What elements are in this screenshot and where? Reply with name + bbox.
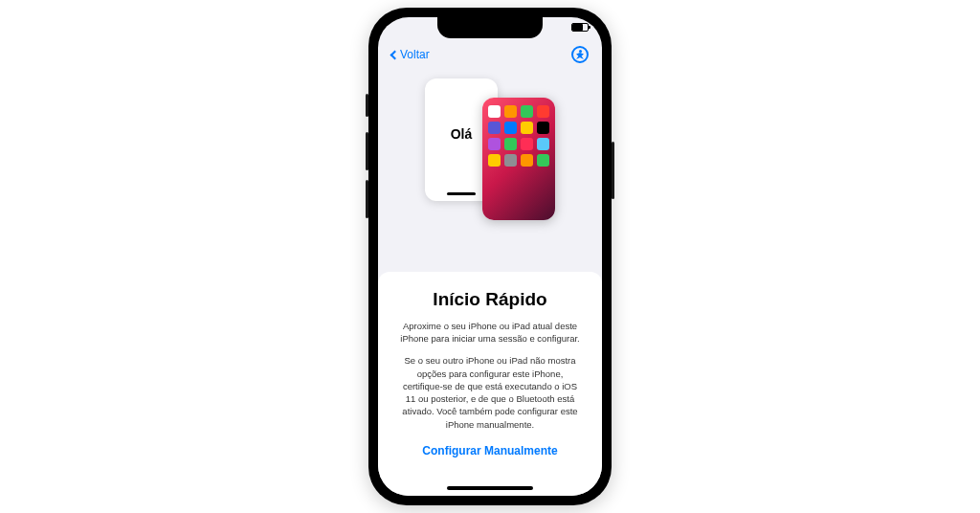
- app-icon: [488, 138, 501, 150]
- app-icon: [521, 122, 533, 134]
- power-button: [612, 142, 614, 199]
- back-button[interactable]: Voltar: [391, 48, 430, 61]
- app-icon: [504, 138, 517, 150]
- configure-manually-link[interactable]: Configurar Manualmente: [393, 444, 587, 457]
- app-icon: [504, 154, 517, 167]
- app-icon: [521, 105, 533, 118]
- volume-down-button: [366, 180, 368, 218]
- battery-level: [572, 24, 583, 31]
- app-icon: [521, 138, 533, 150]
- content-sheet: Início Rápido Aproxime o seu iPhone ou i…: [378, 272, 602, 496]
- app-icon: [488, 122, 501, 134]
- app-icon: [488, 105, 501, 118]
- illustration-area: Olá: [378, 69, 602, 208]
- app-icon: [537, 154, 549, 167]
- mini-home-indicator: [447, 192, 476, 195]
- app-icon: [521, 154, 533, 167]
- status-bar: [571, 23, 589, 32]
- app-icon: [537, 138, 549, 150]
- app-icon: [488, 154, 501, 167]
- phone-screen: Voltar Olá Início Rápido Aproxime o seu …: [378, 17, 602, 496]
- chevron-left-icon: [390, 50, 400, 59]
- battery-icon: [571, 23, 589, 32]
- description-2: Se o seu outro iPhone ou iPad não mostra…: [393, 354, 587, 431]
- back-label: Voltar: [400, 48, 430, 61]
- home-indicator[interactable]: [447, 486, 533, 490]
- app-icon: [504, 122, 517, 134]
- page-title: Início Rápido: [393, 289, 587, 310]
- notch: [437, 17, 543, 38]
- app-icon: [504, 105, 517, 118]
- app-icon: [537, 105, 549, 118]
- phone-device-frame: Voltar Olá Início Rápido Aproxime o seu …: [368, 8, 612, 505]
- volume-up-button: [366, 132, 368, 170]
- app-icon: [537, 122, 549, 134]
- silent-switch: [366, 94, 368, 117]
- illustration-phone-old: [482, 98, 555, 220]
- accessibility-button[interactable]: [571, 46, 589, 63]
- description-1: Aproxime o seu iPhone ou iPad atual dest…: [393, 320, 587, 346]
- app-grid: [482, 98, 555, 174]
